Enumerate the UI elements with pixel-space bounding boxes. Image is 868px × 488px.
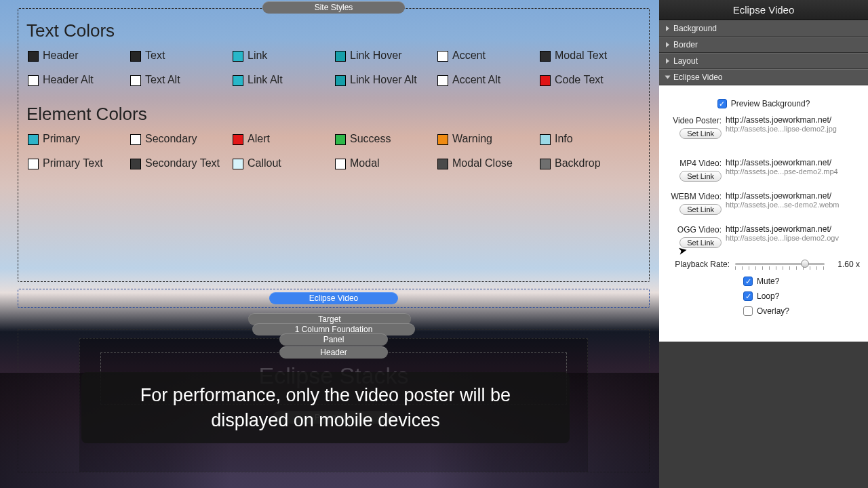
asset-link-label: WEBM Video: (667, 191, 722, 201)
video-caption: For performance, only the video poster w… (81, 372, 570, 443)
accordion-border[interactable]: Border (659, 37, 868, 53)
swatch-label: Backdrop (555, 157, 601, 169)
swatch-icon[interactable] (130, 51, 141, 62)
foundation-pill[interactable]: 1 Column Foundation (252, 323, 415, 336)
swatch-icon[interactable] (28, 159, 39, 169)
color-swatch[interactable]: Link (233, 49, 332, 62)
color-swatch[interactable]: Link Hover (335, 49, 435, 62)
swatch-label: Secondary (145, 133, 197, 145)
swatch-icon[interactable] (28, 134, 39, 145)
element-colors-grid: PrimarySecondaryAlertSuccessWarningInfoP… (18, 129, 649, 180)
swatch-label: Code Text (555, 74, 604, 86)
swatch-icon[interactable] (130, 159, 141, 169)
mute-row: Mute? (667, 277, 860, 286)
swatch-icon[interactable] (233, 134, 243, 145)
asset-url: http://assets.joeworkman.net/ (726, 158, 860, 167)
set-link-button[interactable]: Set Link (679, 171, 722, 182)
color-swatch[interactable]: Text (130, 49, 230, 62)
inspector-title: Eclipse Video (659, 0, 868, 20)
preview-background-checkbox[interactable] (717, 99, 727, 108)
asset-link-row: WEBM Video:Set Linkhttp://assets.joework… (667, 191, 860, 215)
color-swatch[interactable]: Primary Text (28, 157, 127, 169)
loop-checkbox[interactable] (743, 291, 753, 301)
swatch-label: Alert (248, 133, 270, 145)
color-swatch[interactable]: Alert (233, 133, 332, 145)
overlay-checkbox[interactable] (743, 306, 753, 316)
color-swatch[interactable]: Warning (437, 133, 537, 145)
color-swatch[interactable]: Link Hover Alt (335, 74, 435, 86)
playback-rate-value: 1.60 x (830, 260, 860, 269)
asset-link-row: Video Poster:Set Linkhttp://assets.joewo… (667, 115, 860, 139)
header-pill[interactable]: Header (279, 346, 388, 359)
swatch-icon[interactable] (233, 159, 243, 169)
swatch-icon[interactable] (28, 75, 39, 86)
swatch-icon[interactable] (233, 51, 243, 62)
overlay-row: Overlay? (667, 306, 860, 316)
eclipse-video-row[interactable]: Eclipse Video (18, 289, 650, 308)
swatch-icon[interactable] (540, 159, 551, 169)
swatch-label: Info (555, 133, 573, 145)
swatch-label: Header (43, 49, 78, 62)
swatch-icon[interactable] (540, 134, 551, 145)
site-styles-pill[interactable]: Site Styles (262, 1, 405, 14)
asset-url-short: http://assets.joe...lipse-demo2.ogv (726, 234, 860, 242)
asset-url-short: http://assets.joe...lipse-demo2.jpg (726, 125, 860, 133)
swatch-icon[interactable] (233, 75, 243, 86)
swatch-icon[interactable] (540, 51, 551, 62)
swatch-icon[interactable] (437, 159, 448, 169)
color-swatch[interactable]: Code Text (540, 74, 639, 86)
color-swatch[interactable]: Success (335, 133, 435, 145)
color-swatch[interactable]: Primary (28, 133, 127, 145)
swatch-icon[interactable] (540, 75, 551, 86)
playback-rate-slider[interactable] (735, 258, 825, 271)
asset-link-label: OGG Video: (667, 224, 722, 235)
color-swatch[interactable]: Accent (437, 49, 537, 62)
asset-url-short: http://assets.joe...se-demo2.webm (726, 201, 860, 209)
color-swatch[interactable]: Secondary (130, 133, 230, 145)
accordion-background[interactable]: Background (659, 20, 868, 37)
asset-link-row: MP4 Video:Set Linkhttp://assets.joeworkm… (667, 158, 860, 182)
swatch-icon[interactable] (335, 75, 346, 86)
inspector-panel: Eclipse Video Background Border Layout E… (659, 0, 868, 488)
swatch-icon[interactable] (437, 75, 448, 86)
color-swatch[interactable]: Backdrop (540, 157, 639, 169)
asset-link-label: Video Poster: (667, 115, 722, 125)
swatch-label: Link Hover Alt (350, 74, 417, 86)
swatch-label: Modal Text (555, 49, 607, 62)
swatch-icon[interactable] (335, 51, 346, 62)
accordion-eclipse-video[interactable]: Eclipse Video (659, 69, 868, 85)
eclipse-video-pill[interactable]: Eclipse Video (269, 292, 398, 304)
color-swatch[interactable]: Secondary Text (130, 157, 230, 169)
swatch-icon[interactable] (437, 51, 448, 62)
color-swatch[interactable]: Link Alt (233, 74, 332, 86)
swatch-label: Link Hover (350, 49, 401, 62)
color-swatch[interactable]: Header (28, 49, 127, 62)
swatch-label: Callout (248, 157, 281, 169)
color-swatch[interactable]: Modal (335, 157, 435, 169)
color-swatch[interactable]: Modal Close (437, 157, 537, 169)
color-swatch[interactable]: Info (540, 133, 639, 145)
swatch-label: Text (145, 49, 165, 62)
panel-pill[interactable]: Panel (279, 333, 388, 346)
asset-url: http://assets.joeworkman.net/ (726, 191, 860, 201)
swatch-label: Modal Close (452, 157, 513, 169)
color-swatch[interactable]: Modal Text (540, 49, 639, 62)
swatch-icon[interactable] (335, 134, 346, 145)
playback-rate-row: Playback Rate: 1.60 x (667, 258, 860, 271)
color-swatch[interactable]: Accent Alt (437, 74, 537, 86)
accordion-layout[interactable]: Layout (659, 53, 868, 69)
color-swatch[interactable]: Header Alt (28, 74, 127, 86)
swatch-icon[interactable] (130, 75, 141, 86)
color-swatch[interactable]: Callout (233, 157, 332, 169)
mute-checkbox[interactable] (743, 277, 753, 286)
color-swatch[interactable]: Text Alt (130, 74, 230, 86)
asset-url: http://assets.joeworkman.net/ (726, 224, 860, 234)
swatch-icon[interactable] (437, 134, 448, 145)
set-link-button[interactable]: Set Link (679, 128, 722, 139)
swatch-icon[interactable] (130, 134, 141, 145)
set-link-button[interactable]: Set Link (679, 204, 722, 215)
swatch-label: Modal (350, 157, 380, 169)
swatch-icon[interactable] (28, 51, 39, 62)
site-styles-block[interactable]: Site Styles Text Colors HeaderTextLinkLi… (18, 8, 650, 282)
swatch-icon[interactable] (335, 159, 346, 169)
